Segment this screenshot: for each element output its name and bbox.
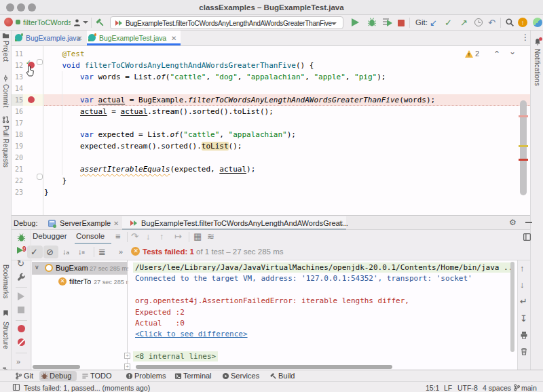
tab-options-kebab-icon[interactable]: ⋮ bbox=[521, 33, 529, 42]
statusbar-button-problems[interactable]: Problems bbox=[124, 371, 169, 381]
pull-requests-tool-icon[interactable] bbox=[2, 116, 10, 123]
search-icon[interactable] bbox=[505, 18, 514, 27]
close-tab-icon[interactable]: ✕ bbox=[77, 35, 82, 42]
editor[interactable]: 11121314151617181920212223 @Test void fi… bbox=[12, 46, 530, 215]
layout-settings-icon[interactable] bbox=[523, 233, 531, 241]
statusbar-button-debug[interactable]: Debug bbox=[39, 371, 77, 381]
close-session-tab-icon[interactable]: ✕ bbox=[338, 220, 343, 227]
bookmarks-tool-icon[interactable] bbox=[2, 309, 10, 317]
git-push-button[interactable]: ↗ bbox=[460, 18, 468, 27]
step-over-icon[interactable]: ↷ bbox=[131, 232, 138, 241]
caret-position[interactable]: 15:1 bbox=[426, 384, 439, 392]
test-tree[interactable]: ∨BugExam27 sec 285 ms✕filterTo27 sec 285… bbox=[32, 260, 138, 370]
console-vscrollbar[interactable] bbox=[510, 262, 514, 352]
statusbar-button-git[interactable]: Git bbox=[14, 371, 39, 381]
tree-hscrollbar[interactable] bbox=[33, 365, 80, 369]
rail-more-chevrons[interactable]: » bbox=[16, 357, 20, 366]
sort-alphabetically-icon[interactable]: ↓a bbox=[62, 248, 69, 256]
console-line[interactable]: <Click to see difference> bbox=[133, 329, 250, 340]
settings-wrench-icon[interactable] bbox=[17, 273, 26, 281]
toolbar-widget-label[interactable]: filterToCWords bbox=[23, 18, 71, 26]
resume-icon[interactable] bbox=[18, 292, 24, 300]
statusbar-button-build[interactable]: Build bbox=[268, 371, 299, 381]
editor-scrollbar[interactable] bbox=[520, 100, 527, 195]
line-ending[interactable]: LF bbox=[444, 384, 452, 392]
history-button[interactable] bbox=[474, 18, 483, 26]
clear-console-icon[interactable] bbox=[520, 347, 528, 355]
window-layout-icon[interactable] bbox=[12, 383, 20, 391]
close-session-tab-icon[interactable]: ✕ bbox=[113, 220, 119, 227]
status-message[interactable]: Tests failed: 1, passed... (moments ago) bbox=[24, 384, 150, 392]
stripe-bookmarks[interactable]: Bookmarks bbox=[2, 264, 10, 298]
fold-marker-open[interactable] bbox=[37, 59, 43, 65]
ide-services-icon[interactable] bbox=[533, 18, 542, 27]
statusbar-button-services[interactable]: Services bbox=[221, 371, 263, 381]
git-commit-button[interactable]: ✓ bbox=[445, 18, 452, 27]
console-fold-icon2[interactable]: + bbox=[124, 364, 130, 370]
show-ignored-toggle[interactable]: ⊘ bbox=[43, 246, 58, 258]
next-warning-icon[interactable]: ⌄ bbox=[509, 47, 516, 56]
stop-debug-icon[interactable] bbox=[18, 307, 24, 313]
sort-by-duration-icon[interactable]: ↓≡ bbox=[78, 248, 85, 256]
rerun-debug-icon[interactable]: ↻ bbox=[17, 259, 24, 268]
scroll-up-icon[interactable]: ↑ bbox=[520, 264, 525, 273]
breakpoint-line15[interactable] bbox=[28, 96, 35, 103]
code-line-12: void filterToCWordsAnyLengthAndAWordsGre… bbox=[44, 60, 314, 71]
view-tab-debugger[interactable]: Debugger bbox=[33, 232, 67, 240]
expand-collapse-icon[interactable]: ≣ bbox=[98, 248, 106, 256]
evaluate-expression-icon[interactable]: ▦ bbox=[193, 232, 202, 241]
console-options-icon[interactable]: ≡ bbox=[115, 232, 121, 241]
soft-wrap-icon[interactable]: ↵ bbox=[520, 297, 527, 306]
test-tree-row[interactable]: ∨BugExam27 sec 285 ms bbox=[32, 262, 128, 275]
stripe-structure[interactable]: Structure bbox=[2, 321, 10, 349]
session-tab-serverexample[interactable]: ServerExample bbox=[60, 219, 111, 227]
encoding[interactable]: UTF-8 bbox=[457, 384, 478, 392]
stop-button[interactable] bbox=[398, 20, 405, 26]
build-hammer-icon[interactable] bbox=[95, 18, 105, 27]
profile-icon[interactable] bbox=[73, 18, 81, 27]
view-tab-console[interactable]: Console bbox=[76, 232, 105, 240]
chevron-expanded-icon[interactable]: ∨ bbox=[35, 264, 39, 271]
coverage-button[interactable] bbox=[383, 18, 392, 27]
commit-tool-icon[interactable] bbox=[2, 75, 10, 82]
tab-bugexampletest-java[interactable]: BugExampleTest.java ✕ bbox=[87, 31, 181, 45]
rollback-button[interactable]: ↶ bbox=[488, 18, 495, 27]
hide-debug-panel-icon[interactable] bbox=[525, 222, 532, 223]
close-tab-icon[interactable]: ✕ bbox=[171, 35, 176, 42]
threads-icon[interactable]: ≋ bbox=[207, 232, 214, 241]
print-icon[interactable] bbox=[520, 331, 528, 339]
git-branch-name[interactable]: main bbox=[521, 384, 537, 392]
run-configuration-select[interactable]: BugExampleTest.filterToCWordsAnyLengthAn… bbox=[110, 16, 343, 29]
update-available-icon[interactable]: ↑ bbox=[518, 18, 527, 27]
stripe-project[interactable]: Project bbox=[2, 41, 10, 62]
debug-settings-gear-icon[interactable]: ⚙ bbox=[509, 218, 517, 227]
prev-warning-icon[interactable]: ⌃ bbox=[493, 50, 500, 59]
stripe-notifications[interactable]: Notifications bbox=[533, 49, 541, 85]
test-tree-row[interactable]: ✕filterTo27 sec 285 ms bbox=[32, 275, 128, 288]
statusbar-button-todo[interactable]: TODO bbox=[80, 371, 113, 381]
debug-console[interactable]: /Users/lee/Library/Java/JavaVirtualMachi… bbox=[128, 260, 517, 370]
scroll-to-end-icon[interactable]: ↧ bbox=[520, 314, 527, 323]
statusbar-button-terminal[interactable]: Terminal bbox=[173, 371, 217, 381]
more-toolbar-chevrons[interactable]: » bbox=[119, 248, 123, 256]
run-button[interactable] bbox=[352, 18, 359, 26]
step-into-icon[interactable]: ↓ bbox=[146, 232, 151, 241]
git-update-button[interactable]: ↙ bbox=[430, 18, 437, 27]
indent-info[interactable]: 4 spaces bbox=[483, 384, 511, 392]
ide-window: classExamples – BugExampleTest.java filt… bbox=[0, 0, 543, 392]
console-hscrollbar[interactable] bbox=[136, 365, 392, 369]
session-tab-bugexampletest[interactable]: BugExampleTest.filterToCWordsAnyLengthAn… bbox=[122, 216, 346, 230]
console-fold-icon[interactable]: + bbox=[124, 353, 130, 359]
tab-bugexample-java[interactable]: BugExample.java ✕ bbox=[14, 31, 86, 45]
debug-button[interactable] bbox=[367, 18, 377, 27]
stripe-pull-requests[interactable]: Pull Requests bbox=[2, 125, 10, 168]
mute-breakpoints-icon[interactable] bbox=[18, 338, 25, 346]
scroll-down-icon[interactable]: ↓ bbox=[520, 280, 525, 289]
stripe-commit[interactable]: Commit bbox=[2, 84, 10, 107]
run-to-cursor-icon[interactable]: ↦ bbox=[174, 232, 182, 241]
line-number: 14 bbox=[12, 83, 23, 94]
fold-marker-close[interactable] bbox=[37, 174, 43, 180]
project-tool-icon[interactable] bbox=[2, 32, 10, 39]
step-out-icon[interactable]: ↑ bbox=[160, 232, 164, 241]
view-breakpoints-icon[interactable] bbox=[18, 325, 25, 332]
